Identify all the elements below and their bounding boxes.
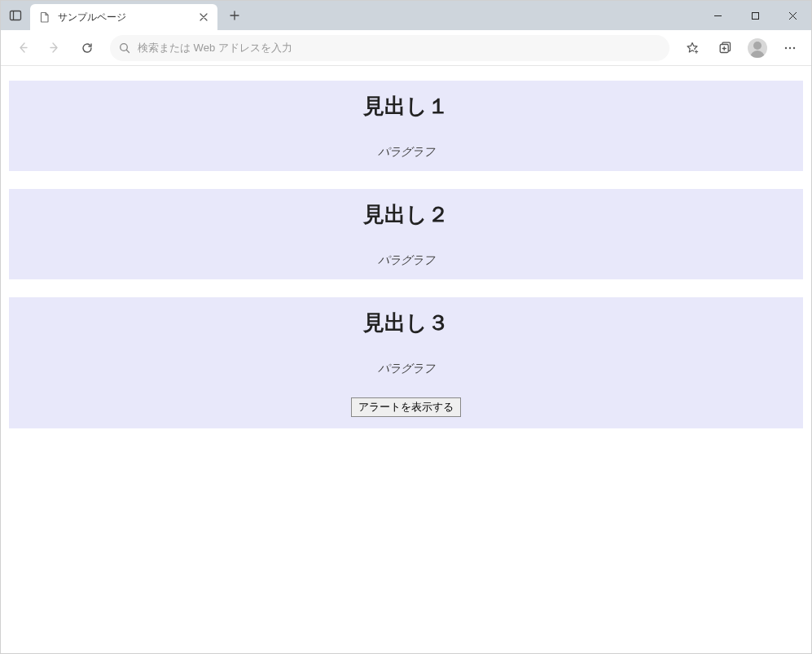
close-icon bbox=[200, 13, 208, 21]
show-alert-button[interactable]: アラートを表示する bbox=[351, 397, 461, 417]
tab-title: サンプルページ bbox=[58, 11, 190, 24]
profile-button[interactable] bbox=[743, 33, 772, 63]
window-maximize-button[interactable] bbox=[736, 1, 774, 30]
window-controls bbox=[699, 1, 811, 30]
search-icon bbox=[118, 42, 131, 54]
new-tab-button[interactable] bbox=[222, 3, 247, 28]
paragraph-2: パラグラフ bbox=[17, 253, 795, 268]
tab-actions-icon bbox=[9, 9, 22, 22]
more-menu-button[interactable] bbox=[775, 33, 805, 63]
section-2: 見出し２ パラグラフ bbox=[9, 189, 803, 279]
nav-forward-button[interactable] bbox=[40, 33, 69, 63]
address-input[interactable] bbox=[138, 42, 661, 54]
heading-1: 見出し１ bbox=[17, 92, 795, 121]
window-minimize-button[interactable] bbox=[699, 1, 736, 30]
paragraph-3: パラグラフ bbox=[17, 362, 795, 376]
favorites-button[interactable] bbox=[678, 33, 707, 63]
tab-close-button[interactable] bbox=[196, 10, 211, 24]
paragraph-1: パラグラフ bbox=[17, 145, 795, 160]
svg-rect-0 bbox=[11, 11, 21, 20]
svg-line-5 bbox=[126, 50, 129, 52]
plus-icon bbox=[230, 11, 239, 20]
svg-rect-3 bbox=[752, 12, 758, 19]
nav-back-button[interactable] bbox=[7, 33, 37, 63]
section-3: 見出し３ パラグラフ アラートを表示する bbox=[9, 297, 803, 428]
tab-actions-button[interactable] bbox=[1, 1, 30, 30]
page-favicon-icon bbox=[38, 11, 51, 24]
more-horizontal-icon bbox=[783, 42, 797, 55]
toolbar bbox=[1, 30, 811, 66]
arrow-left-icon bbox=[15, 41, 29, 55]
nav-refresh-button[interactable] bbox=[72, 33, 102, 63]
button-row: アラートを表示する bbox=[17, 397, 795, 417]
heading-3: 見出し３ bbox=[17, 309, 795, 337]
page-content: 見出し１ パラグラフ 見出し２ パラグラフ 見出し３ パラグラフ アラートを表示… bbox=[1, 66, 811, 653]
close-icon bbox=[788, 11, 797, 20]
svg-point-8 bbox=[785, 46, 787, 48]
browser-tab[interactable]: サンプルページ bbox=[30, 4, 217, 30]
refresh-icon bbox=[81, 42, 94, 55]
star-plus-icon bbox=[685, 41, 700, 55]
avatar-icon bbox=[748, 38, 767, 58]
arrow-right-icon bbox=[48, 41, 62, 55]
window-close-button[interactable] bbox=[774, 1, 811, 30]
address-bar[interactable] bbox=[110, 35, 669, 61]
titlebar-left: サンプルページ bbox=[1, 1, 247, 30]
minimize-icon bbox=[713, 11, 722, 20]
svg-point-9 bbox=[789, 46, 791, 48]
svg-point-10 bbox=[793, 46, 795, 48]
maximize-icon bbox=[751, 11, 760, 20]
titlebar: サンプルページ bbox=[1, 1, 811, 30]
browser-window: サンプルページ bbox=[0, 0, 812, 654]
section-1: 見出し１ パラグラフ bbox=[9, 81, 803, 171]
collections-button[interactable] bbox=[710, 33, 740, 63]
heading-2: 見出し２ bbox=[17, 200, 795, 229]
collections-icon bbox=[718, 41, 732, 55]
